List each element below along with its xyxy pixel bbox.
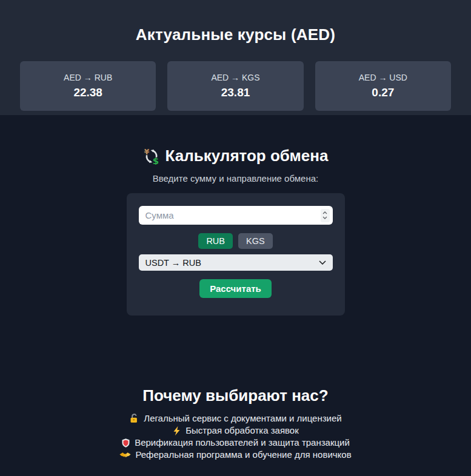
spinner-up-icon xyxy=(322,211,327,214)
list-item-text: Быстрая обработка заявок xyxy=(185,425,299,437)
list-item: Быстрая обработка заявок xyxy=(0,425,471,437)
rate-card-aed-kgs: AED → KGS 23.81 xyxy=(167,61,303,111)
rate-card-aed-usd: AED → USD 0.27 xyxy=(315,61,451,111)
calculator-card: RUB KGS USDT → RUB Рассчитать xyxy=(127,193,345,316)
svg-text:$: $ xyxy=(152,156,158,165)
rate-value: 22.38 xyxy=(20,85,156,99)
list-item: Верификация пользователей и защита транз… xyxy=(0,437,471,449)
calculator-title: ¥ $ Калькулятор обмена xyxy=(0,147,471,165)
currency-button-kgs[interactable]: KGS xyxy=(238,233,273,249)
list-item: Легальный сервис с документами и лицензи… xyxy=(0,412,471,425)
calculator-section: ¥ $ Калькулятор обмена Введите сумму и н… xyxy=(0,115,471,316)
direction-select[interactable]: USDT → RUB xyxy=(139,254,333,271)
chevron-down-icon xyxy=(319,260,326,265)
rate-value: 0.27 xyxy=(315,85,451,99)
spinner-down-icon xyxy=(322,216,327,219)
why-us-title: Почему выбирают нас? xyxy=(0,386,471,405)
handshake-icon xyxy=(119,451,131,459)
currency-exchange-icon: ¥ $ xyxy=(143,148,160,165)
currency-button-rub[interactable]: RUB xyxy=(198,233,233,249)
calculator-title-text: Калькулятор обмена xyxy=(165,147,329,165)
direction-select-value: USDT → RUB xyxy=(145,258,201,268)
currency-button-row: RUB KGS xyxy=(139,233,333,249)
lock-open-icon xyxy=(129,414,139,424)
rates-title: Актуальные курсы (AED) xyxy=(20,25,451,44)
page: Актуальные курсы (AED) AED → RUB 22.38 A… xyxy=(0,0,471,475)
svg-text:¥: ¥ xyxy=(144,148,149,156)
calculate-button[interactable]: Рассчитать xyxy=(199,279,272,298)
rates-section: Актуальные курсы (AED) AED → RUB 22.38 A… xyxy=(0,0,471,115)
rate-value: 23.81 xyxy=(167,85,303,99)
lightning-icon xyxy=(172,426,181,436)
list-item-text: Верификация пользователей и защита транз… xyxy=(135,437,350,449)
why-us-section: Почему выбирают нас? Легальный сервис с … xyxy=(0,386,471,475)
rate-label: AED → USD xyxy=(315,73,451,83)
list-item: Реферальная программа и обучение для нов… xyxy=(0,449,471,461)
calculator-subtitle: Введите сумму и направление обмена: xyxy=(0,173,471,183)
amount-input[interactable] xyxy=(139,206,333,225)
amount-field-wrap xyxy=(139,206,333,225)
number-spinner[interactable] xyxy=(321,209,330,222)
rates-row: AED → RUB 22.38 AED → KGS 23.81 AED → US… xyxy=(20,61,451,111)
list-item-text: Легальный сервис с документами и лицензи… xyxy=(144,412,341,425)
rate-label: AED → RUB xyxy=(20,73,156,83)
rate-card-aed-rub: AED → RUB 22.38 xyxy=(20,61,156,111)
list-item-text: Реферальная программа и обучение для нов… xyxy=(135,449,351,461)
shield-icon xyxy=(121,438,130,448)
rate-label: AED → KGS xyxy=(167,73,303,83)
